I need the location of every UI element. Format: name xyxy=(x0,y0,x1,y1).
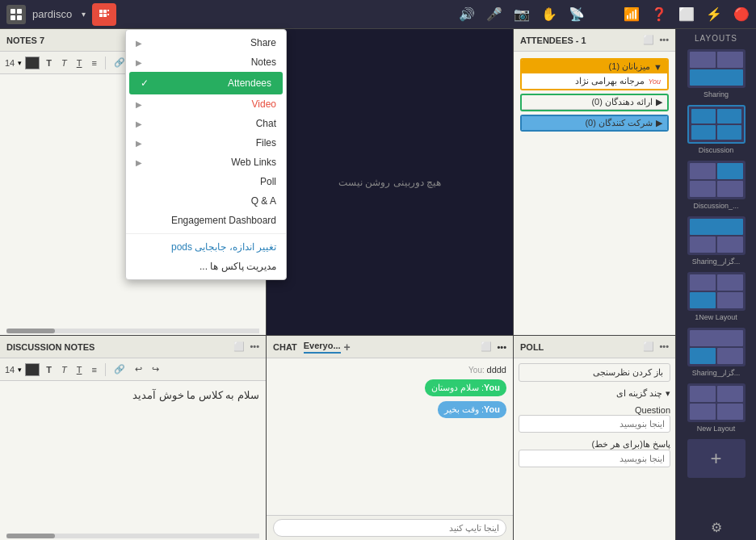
layout-item-discussion2[interactable]: Discussion_... xyxy=(681,161,751,210)
dropdown-item-resize[interactable]: تغییر اندازه، جابجایی pods xyxy=(126,237,286,257)
poll-panel-controls[interactable]: ⬜ ••• xyxy=(643,341,669,352)
chat-expand-icon[interactable]: ⬜ xyxy=(481,341,492,352)
chat-menu-icon[interactable]: ••• xyxy=(497,342,506,352)
attendees-menu-icon[interactable]: ••• xyxy=(659,35,669,45)
poll-answer-input[interactable] xyxy=(519,450,670,467)
chat-add-button[interactable]: + xyxy=(344,341,351,354)
dropdown-item-video[interactable]: ▶ Video xyxy=(126,94,286,114)
help-icon[interactable]: ❓ xyxy=(651,6,667,22)
host-group-collapse-icon[interactable]: ▼ xyxy=(653,62,662,72)
chat-tab-label: Everyo... xyxy=(304,341,341,350)
discussion-font-dropdown-icon[interactable]: ▾ xyxy=(18,366,22,374)
mic-icon[interactable]: 🎤 xyxy=(486,6,502,22)
discussion-panel-controls[interactable]: ⬜ ••• xyxy=(233,341,259,352)
dropdown-item-weblinks[interactable]: ▶ Web Links xyxy=(126,153,286,172)
discussion-content[interactable]: سلام به کلاس ما خوش آمدید xyxy=(0,381,266,532)
poll-question-input[interactable] xyxy=(519,415,670,433)
dropdown-item-share[interactable]: ▶ Share xyxy=(126,33,286,52)
discussion-redo-button[interactable]: ↪ xyxy=(149,362,162,376)
font-size-dropdown-icon[interactable]: ▾ xyxy=(18,59,22,67)
discussion-scrollbar[interactable] xyxy=(6,534,259,538)
dropdown-item-poll[interactable]: ▶ Poll xyxy=(126,172,286,191)
close-icon[interactable]: 🔴 xyxy=(733,6,750,22)
list-button[interactable]: ≡ xyxy=(88,57,99,69)
discussion-list-button[interactable]: ≡ xyxy=(88,363,99,376)
layout-item-new1[interactable]: 1New Layout xyxy=(681,272,751,321)
discussion-bold-button[interactable]: T xyxy=(43,363,55,376)
volume-icon[interactable]: 🔊 xyxy=(459,6,475,22)
layout-add-item[interactable]: + xyxy=(681,439,751,478)
attendees-expand-icon[interactable]: ⬜ xyxy=(643,35,654,45)
dropdown-manage-label: مدیریت پاکس ها ... xyxy=(136,261,276,272)
grid-menu-button[interactable] xyxy=(92,3,116,26)
dropdown-item-notes[interactable]: ▶ Notes xyxy=(126,52,286,72)
layout-item-sharing2[interactable]: Sharing_گزار... xyxy=(681,216,751,266)
dropdown-item-manage[interactable]: مدیریت پاکس ها ... xyxy=(126,257,286,276)
window-icon[interactable]: ⬜ xyxy=(678,6,695,22)
discussion-expand-icon[interactable]: ⬜ xyxy=(233,341,245,352)
dropdown-notes-label: Notes xyxy=(149,57,276,68)
layout-label-sharing3: Sharing_گزار... xyxy=(692,369,741,377)
italic-button[interactable]: T xyxy=(58,57,70,69)
discussion-link-button[interactable]: 🔗 xyxy=(111,362,128,376)
layout-add-button[interactable]: + xyxy=(687,439,746,478)
svg-rect-6 xyxy=(99,14,103,17)
attendees-list: ▼ میزبانان (1) You مرجانه بهرامی نژاد ▶ … xyxy=(514,52,675,138)
layout-item-sharing[interactable]: Sharing xyxy=(681,49,751,98)
svg-rect-4 xyxy=(99,10,103,13)
app-logo[interactable] xyxy=(6,5,26,24)
app-title: pardisco xyxy=(32,8,72,20)
svg-rect-7 xyxy=(103,14,107,17)
video-icon[interactable]: 📷 xyxy=(514,6,530,22)
presenters-group-label: ارائه دهندگان (0) xyxy=(591,97,653,107)
participants-collapse-icon[interactable]: ▶ xyxy=(656,118,662,128)
chat-input-area xyxy=(267,515,513,540)
share-icon[interactable]: 📡 xyxy=(569,6,585,22)
dropdown-item-files[interactable]: ▶ Files xyxy=(126,133,286,153)
discussion-underline-button[interactable]: T xyxy=(74,363,86,376)
dropdown-weblinks-label: Web Links xyxy=(149,157,276,168)
poll-expand-icon[interactable]: ⬜ xyxy=(643,341,654,352)
bold-button[interactable]: T xyxy=(43,57,55,69)
layouts-settings-icon[interactable]: ⚙ xyxy=(681,520,751,535)
attendees-panel-controls[interactable]: ⬜ ••• xyxy=(643,35,669,45)
hand-icon[interactable]: ✋ xyxy=(541,6,557,22)
chat-tab-everyone[interactable]: Everyo... xyxy=(304,341,341,354)
layout-item-new2[interactable]: New Layout xyxy=(681,383,751,433)
poll-question-group: Question xyxy=(519,405,670,433)
poll-open-button[interactable]: باز کردن نظرسنجی xyxy=(519,363,670,382)
presenters-collapse-icon[interactable]: ▶ xyxy=(656,97,662,107)
poll-content: باز کردن نظرسنجی ▾ چند گزینه ای Question… xyxy=(514,358,675,540)
host-group-header: ▼ میزبانان (1) xyxy=(522,60,667,73)
font-size-select[interactable]: 14 xyxy=(5,58,15,68)
layout-label-sharing2: Sharing_گزار... xyxy=(692,257,741,266)
layout-item-discussion[interactable]: Discussion xyxy=(681,105,751,154)
chat-bubble-3: You: وقت بخیر xyxy=(438,401,506,418)
discussion-italic-button[interactable]: T xyxy=(58,363,70,376)
chat-input[interactable] xyxy=(273,519,506,537)
discussion-color-picker[interactable] xyxy=(25,363,40,376)
notes-scrollbar[interactable] xyxy=(6,329,259,333)
power-icon[interactable]: ⚡ xyxy=(706,6,722,22)
discussion-font-size[interactable]: 14 xyxy=(5,365,15,375)
chat-arrow-icon: ▶ xyxy=(136,119,142,128)
video-panel: هیچ دوربینی روشن نیست xyxy=(267,29,514,335)
discussion-undo-button[interactable]: ↩ xyxy=(132,362,145,376)
dropdown-item-engagement[interactable]: ▶ Engagement Dashboard xyxy=(126,211,286,230)
poll-menu-icon[interactable]: ••• xyxy=(659,341,669,352)
chat-message-2: You: سلام دوستان xyxy=(273,379,506,396)
underline-button[interactable]: T xyxy=(74,57,86,69)
dropdown-item-qa[interactable]: ▶ Q & A xyxy=(126,191,286,211)
color-picker[interactable] xyxy=(25,57,40,69)
host-member-name: مرجانه بهرامی نژاد xyxy=(575,76,645,86)
poll-dropdown-icon[interactable]: ▾ xyxy=(666,388,670,399)
layout-item-sharing3[interactable]: Sharing_گزار... xyxy=(681,328,751,377)
chat-message-1: You: dddd xyxy=(273,365,506,375)
svg-rect-3 xyxy=(17,15,22,20)
poll-type-label[interactable]: چند گزینه ای xyxy=(616,388,662,399)
discussion-menu-icon[interactable]: ••• xyxy=(250,341,259,352)
dropdown-item-chat[interactable]: ▶ Chat xyxy=(126,114,286,133)
dropdown-resize-label: تغییر اندازه، جابجایی pods xyxy=(136,241,276,253)
dropdown-item-attendees[interactable]: ✓ Attendees xyxy=(129,72,283,94)
app-dropdown-arrow[interactable]: ▾ xyxy=(82,10,86,19)
